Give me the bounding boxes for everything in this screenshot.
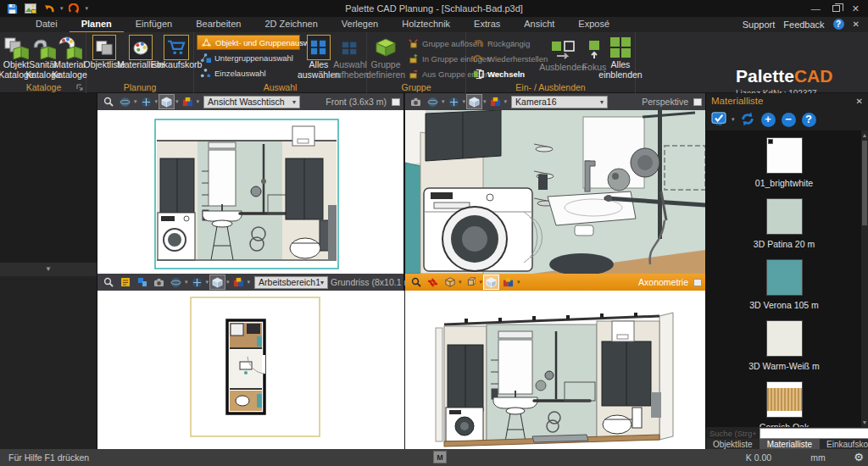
panel-close-icon[interactable]: ✕ [856, 97, 863, 106]
render-mode-icon[interactable] [231, 275, 246, 289]
viewcube-dropdown-icon[interactable]: ▾ [483, 98, 487, 105]
ausblenden-button[interactable]: Ausblenden [542, 37, 583, 73]
tab-verlegen[interactable]: Verlegen [330, 17, 390, 33]
material-swatch[interactable] [766, 198, 803, 235]
material-swatch[interactable] [766, 259, 803, 296]
rueckgaengig-button[interactable]: Rückgängig [470, 36, 551, 51]
material-kataloge-button[interactable]: Material Kataloge [51, 35, 88, 80]
camera-icon[interactable] [409, 95, 423, 108]
tab-planen[interactable]: Planen [70, 17, 124, 33]
zoom-icon[interactable] [101, 95, 115, 108]
view-cube-icon[interactable] [484, 275, 498, 289]
axon-canvas[interactable] [405, 291, 705, 449]
objekt-gruppenauswahl-button[interactable]: Objekt- und Gruppenauswahl [197, 35, 300, 50]
save-icon[interactable] [5, 3, 19, 14]
scrollbar-thumb[interactable] [862, 141, 867, 225]
measure-mode-icon[interactable]: M [433, 451, 447, 463]
tab-extras[interactable]: Extras [462, 17, 512, 33]
tab-expose[interactable]: Exposé [566, 17, 621, 33]
fokus-button[interactable]: Fokus [581, 37, 607, 73]
swap-view-icon[interactable] [426, 275, 440, 289]
orbit-dropdown-icon[interactable]: ▾ [442, 98, 445, 105]
viewport-axonometrie[interactable]: ▾ ▾ ▾ Axonometrie [405, 274, 705, 449]
material-swatch[interactable] [766, 381, 803, 418]
viewport-plan[interactable]: ▾ ▾ ▾ ▾ Arbeitsbereich1▾ Grundriss (8x10… [97, 274, 404, 449]
add-material-icon[interactable]: + [761, 113, 776, 127]
front-maximize-button[interactable] [392, 98, 400, 106]
pan-dropdown-icon[interactable]: ▾ [155, 98, 159, 105]
material-search-input[interactable] [760, 428, 868, 439]
orbit-icon[interactable] [169, 275, 183, 289]
untergruppenauswahl-button[interactable]: Untergruppenauswahl [197, 50, 300, 65]
panel-collapse-handle[interactable]: ▼ [0, 263, 97, 276]
cube2-dropdown-icon[interactable]: ▾ [480, 279, 483, 286]
close-button[interactable]: ✕ [852, 4, 860, 13]
viewcube-dropdown-icon[interactable]: ▾ [226, 279, 230, 286]
front-canvas[interactable] [97, 110, 403, 274]
redo-icon[interactable] [68, 3, 81, 14]
minimize-button[interactable]: — [811, 4, 821, 13]
render-mode-icon[interactable] [501, 275, 515, 289]
select-material-checkbox-icon[interactable] [711, 112, 726, 127]
support-link[interactable]: Support [743, 19, 776, 30]
workarea-select[interactable]: Arbeitsbereich1▾ [254, 276, 328, 289]
orbit-icon[interactable] [426, 95, 440, 108]
camera-select[interactable]: Kamera16▾ [511, 96, 608, 108]
viewport-perspective[interactable]: ▾ ▾ ▾ ▾ Kamera16▾ Perspektive [405, 93, 705, 274]
material-item[interactable]: 3D Verona 105 m [706, 259, 862, 310]
pan-icon[interactable] [190, 275, 204, 289]
camera-icon[interactable] [152, 275, 166, 289]
undo-icon[interactable] [42, 3, 56, 14]
help-icon[interactable]: ? [833, 19, 844, 30]
checkbox-dropdown-icon[interactable]: ▾ [732, 116, 735, 123]
undo-dropdown-icon[interactable]: ▾ [60, 5, 64, 12]
ribbon-close-icon[interactable]: ✕ [853, 19, 860, 29]
dialog-launcher-icon[interactable] [76, 84, 83, 91]
cube-dropdown-icon[interactable]: ▾ [459, 279, 462, 286]
perspective-canvas[interactable] [405, 110, 705, 274]
remove-material-icon[interactable]: − [782, 113, 796, 127]
material-item[interactable]: 3D Warm-Weiß m [706, 320, 862, 371]
view-cube-icon[interactable] [210, 275, 225, 289]
rendermode-dropdown-icon[interactable]: ▾ [504, 98, 508, 105]
zoom-icon[interactable] [101, 275, 115, 289]
pan-icon[interactable] [139, 95, 153, 108]
tab-datei[interactable]: Datei [24, 17, 70, 33]
render-mode-icon[interactable] [488, 95, 503, 108]
tab-holztechnik[interactable]: Holztechnik [390, 17, 462, 33]
material-item[interactable]: Cornish Oak [706, 381, 862, 427]
view-cube-icon[interactable] [467, 95, 481, 108]
material-help-icon[interactable]: ? [802, 113, 816, 127]
pan-dropdown-icon[interactable]: ▾ [206, 279, 209, 286]
rendermode-dropdown-icon[interactable]: ▾ [517, 279, 520, 286]
zoom-icon[interactable] [409, 275, 423, 289]
axon-maximize-button[interactable] [693, 279, 702, 286]
material-list[interactable]: 01_brightwhite 3D Patina 20 m 3D Verona … [706, 130, 862, 427]
restore-button[interactable] [832, 5, 840, 12]
material-item[interactable]: 01_brightwhite [706, 137, 862, 188]
material-item[interactable]: 3D Patina 20 m [706, 198, 862, 249]
scroll-up-icon[interactable]: ▲ [861, 132, 868, 138]
refresh-icon[interactable] [740, 112, 755, 128]
plan-canvas[interactable] [97, 291, 403, 449]
front-view-select[interactable]: Ansicht Waschtisch▾ [203, 96, 300, 108]
orbit-dropdown-icon[interactable]: ▾ [134, 98, 137, 105]
rendermode-dropdown-icon[interactable]: ▾ [197, 98, 200, 105]
cube-outline-icon[interactable] [442, 275, 457, 289]
worksheet-icon[interactable] [118, 275, 132, 289]
orbit-icon[interactable] [118, 95, 132, 108]
tab-ansicht[interactable]: Ansicht [512, 17, 566, 33]
viewcube-dropdown-icon[interactable]: ▾ [175, 98, 179, 105]
settings-gear-icon[interactable]: ⚙ [854, 451, 864, 463]
material-swatch[interactable] [766, 320, 803, 357]
pan-icon[interactable] [447, 95, 461, 108]
cube-outline2-icon[interactable] [464, 275, 478, 289]
einzelauswahl-button[interactable]: Einzelauswahl [197, 65, 300, 80]
render-mode-icon[interactable] [181, 95, 195, 108]
feedback-link[interactable]: Feedback [783, 19, 824, 30]
viewport-front[interactable]: ▾ ▾ ▾ ▾ Ansicht Waschtisch▾ Front (3.6x3… [97, 93, 404, 274]
pan-dropdown-icon[interactable]: ▾ [463, 98, 466, 105]
render-image-icon[interactable] [24, 3, 37, 14]
auswahl-aufheben-button[interactable]: Auswahl aufheben [333, 35, 367, 80]
material-swatch[interactable] [766, 137, 803, 174]
